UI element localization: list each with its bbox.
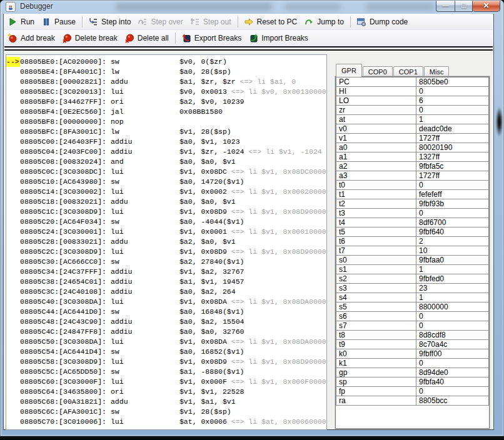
register-value[interactable]: 1727ff [416, 134, 489, 143]
disassembly-line[interactable]: 08805C5C:[AC65DD50]: sw$a1, -8880($v1) [6, 367, 326, 377]
register-name: s0 [336, 256, 416, 265]
jump-to-button[interactable]: Jump to [301, 16, 348, 28]
register-value[interactable]: 6 [416, 96, 489, 106]
run-button[interactable]: Run [4, 16, 38, 28]
disassembly-line[interactable]: 08805BE4:[8FA4001C]: lw$a0, 28($sp) [6, 67, 326, 77]
register-value[interactable]: 8c70a4c [416, 340, 489, 349]
disassembly-line[interactable]: 08805C24:[3C030001]: lui$v1, 0x0001 <=> … [6, 227, 326, 237]
step-over-button[interactable]: Step over [134, 16, 186, 28]
register-name: PC [336, 78, 416, 87]
tab-gpr[interactable]: GPR [336, 64, 362, 77]
client-area: Run Pause Step into Step over Step [3, 14, 494, 430]
register-value[interactable]: 0 [416, 181, 489, 190]
disassembly-line[interactable]: 08805C48:[24C43C90]: addiu$a0, $a2, 1550… [6, 317, 326, 327]
dump-code-button[interactable]: Dump code [353, 16, 411, 28]
register-value[interactable]: 8800000 [416, 302, 489, 312]
register-value[interactable]: 1 [416, 293, 489, 302]
disassembly-line[interactable]: 08805C58:[3C0308D9]: lui$v1, 0x08D9 <=> … [6, 357, 326, 367]
import-breaks-button[interactable]: Import Breaks [245, 32, 312, 44]
disassembly-line[interactable]: 08805C54:[AC6441D4]: sw$a0, 16852($v1) [6, 347, 326, 357]
tab-cop1[interactable]: COP1 [393, 66, 423, 77]
disassembly-line[interactable]: 08805C2C:[3C0308D9]: lui$v1, 0x08D9 <=> … [6, 247, 326, 257]
disassembly-pane[interactable]: -->08805BE0:[AC020000]: sw$v0, 0($zr)088… [6, 54, 327, 430]
register-value[interactable]: 0 [416, 359, 489, 368]
register-value[interactable]: 0 [416, 321, 489, 331]
disassembly-line[interactable]: 08805C68:[00A31821]: addu$v1, $a1, $v1 [6, 397, 326, 407]
register-value[interactable]: 8805bcc [416, 396, 489, 406]
disassembly-line[interactable]: 08805C0C:[3C0308DC]: lui$v1, 0x08DC <=> … [6, 167, 326, 177]
disassembly-line[interactable]: 08805C00:[246403FF]: addiu$a0, $v1, 1023 [6, 137, 326, 147]
instruction-operands: $v1, $a1, $v1 [179, 398, 236, 406]
disassembly-line[interactable]: 08805C28:[00833021]: addu$a2, $a0, $v1 [6, 237, 326, 247]
disassembly-line[interactable]: 08805C34:[24C37FFF]: addiu$v1, $a2, 3276… [6, 267, 326, 277]
toolbar-breakpoints: Add break Delete break Delete all Export… [4, 29, 493, 46]
close-button[interactable]: ✕ [473, 0, 500, 12]
disassembly-line[interactable]: 08805C38:[24654C01]: addiu$a1, $v1, 1945… [6, 277, 326, 287]
disassembly-line[interactable]: 08805C40:[3C0308DA]: lui$v1, 0x08DA <=> … [6, 297, 326, 307]
disassembly-line[interactable]: 08805C18:[00832021]: addu$a0, $a0, $v1 [6, 197, 326, 207]
register-value[interactable]: 9fbfa5c [416, 162, 489, 171]
register-value[interactable]: 0 [416, 312, 489, 321]
disassembly-line[interactable]: 08805BF8:[00000000]: nop [6, 117, 326, 127]
step-into-button[interactable]: Step into [85, 16, 134, 28]
register-value[interactable]: 8d94de0 [416, 368, 489, 378]
register-value[interactable]: fefefeff [416, 190, 489, 199]
register-value[interactable]: 9fbfed0 [416, 274, 489, 284]
disassembly-line[interactable]: 08805C3C:[24C40108]: addiu$a0, $a2, 264 [6, 287, 326, 297]
minimize-button[interactable]: — [436, 0, 455, 12]
titlebar[interactable]: Debugger — ▢ ✕ [0, 0, 504, 14]
disassembly-line[interactable]: 08805BF4:[0E2EC560]: jal0x08BB1580 [6, 107, 326, 117]
register-value[interactable]: 8d8cdf8 [416, 331, 489, 340]
disassembly-line[interactable]: 08805C50:[3C0308DA]: lui$v1, 0x08DA <=> … [6, 337, 326, 347]
register-value[interactable]: 23 [416, 284, 489, 293]
register-value[interactable]: 9fbfaa0 [416, 256, 489, 265]
reset-to-pc-button[interactable]: Reset to PC [241, 16, 301, 28]
disassembly-line[interactable]: 08805BFC:[8FA3001C]: lw$v1, 28($sp) [6, 127, 326, 137]
register-value[interactable]: 8805be0 [416, 78, 489, 87]
delete-break-button[interactable]: Delete break [59, 32, 121, 44]
register-value[interactable]: 0 [416, 87, 489, 96]
disassembly-line[interactable]: 08805BEC:[3C020013]: lui$v0, 0x0013 <=> … [6, 87, 326, 97]
register-value[interactable]: 9fbff00 [416, 349, 489, 359]
disassembly-line[interactable]: 08805C44:[AC6441D0]: sw$a0, 16848($v1) [6, 307, 326, 317]
register-value[interactable]: 10 [416, 246, 489, 256]
register-value[interactable]: 1327ff [416, 152, 489, 162]
register-value[interactable]: 9fbf93b [416, 199, 489, 209]
disassembly-line[interactable]: 08805BF0:[344627FF]: ori$a2, $v0, 10239 [6, 97, 326, 107]
register-value[interactable]: 1727ff [416, 171, 489, 181]
instruction-operands: $a1, $v1, 19457 [179, 278, 244, 286]
register-value[interactable]: 80020190 [416, 143, 489, 152]
pause-button[interactable]: Pause [38, 16, 79, 28]
register-value[interactable]: 1 [416, 115, 489, 124]
disassembly-line[interactable]: 08805C20:[AC64F034]: sw$a0, -4044($v1) [6, 217, 326, 227]
register-value[interactable]: 9fbf640 [416, 228, 489, 237]
register-value[interactable]: 8df6700 [416, 218, 489, 228]
register-value[interactable]: 0 [416, 106, 489, 115]
disassembly-line[interactable]: 08805C04:[2403FC00]: addiu$v1, $zr, -102… [6, 147, 326, 157]
disassembly-line[interactable]: -->08805BE0:[AC020000]: sw$v0, 0($zr) [6, 57, 326, 67]
add-break-button[interactable]: Add break [4, 32, 59, 44]
disassembly-line[interactable]: 08805C6C:[AFA3001C]: sw$v1, 28($sp) [6, 407, 326, 417]
disassembly-line[interactable]: 08805C1C:[3C0308D9]: lui$v1, 0x08D9 <=> … [6, 207, 326, 217]
tab-cop0[interactable]: COP0 [363, 66, 393, 77]
register-value[interactable]: deadc0de [416, 124, 489, 134]
disassembly-line[interactable]: 08805C14:[3C030002]: lui$v1, 0x0002 <=> … [6, 187, 326, 197]
register-value[interactable]: 9fbfa40 [416, 378, 489, 387]
disassembly-line[interactable]: 08805C60:[3C03000F]: lui$v1, 0x000F <=> … [6, 377, 326, 387]
register-value[interactable]: 2 [416, 237, 489, 246]
step-out-button[interactable]: Step out [187, 16, 235, 28]
disassembly-line[interactable]: 08805C30:[AC666CC0]: sw$a2, 27840($v1) [6, 257, 326, 267]
delete-all-button[interactable]: Delete all [121, 32, 173, 44]
export-breaks-button[interactable]: Export Breaks [178, 32, 245, 44]
maximize-button[interactable]: ▢ [455, 0, 473, 12]
disassembly-line[interactable]: 08805C64:[34635800]: ori$v1, $v1, 22528 [6, 387, 326, 397]
disassembly-line[interactable]: 08805C08:[00832024]: and$a0, $a0, $v1 [6, 157, 326, 167]
register-value[interactable]: 1 [416, 265, 489, 274]
register-value[interactable]: 0 [416, 387, 489, 396]
tab-misc[interactable]: Misc [424, 66, 450, 77]
register-value[interactable]: 0 [416, 209, 489, 218]
disassembly-line[interactable]: 08805C4C:[24847FF8]: addiu$a0, $a0, 3276… [6, 327, 326, 337]
disassembly-line[interactable]: 08805C70:[3C010006]: lui$at, 0x0006 <=> … [6, 417, 326, 427]
disassembly-line[interactable]: 08805C10:[AC643980]: sw$a0, 14720($v1) [6, 177, 326, 187]
disassembly-line[interactable]: 08805BE8:[00002821]: addu$a1, $zr, $zr <… [6, 77, 326, 87]
